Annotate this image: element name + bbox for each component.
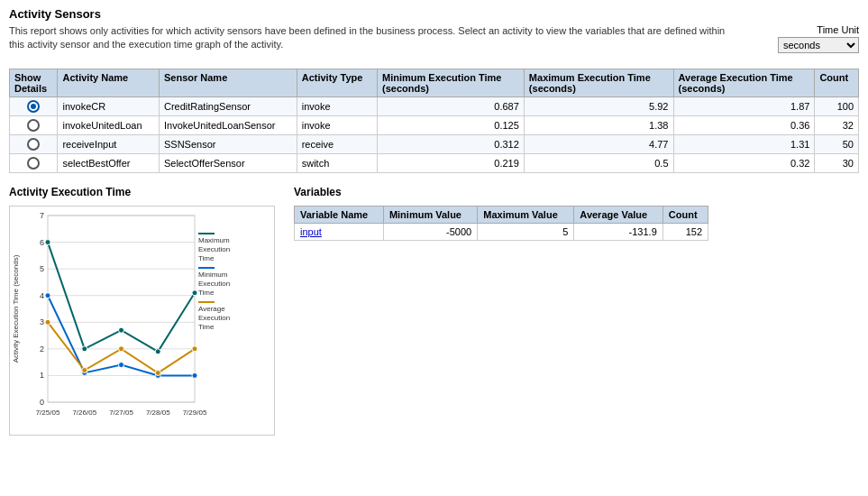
activity-name-cell: invokeUnitedLoan [58,115,160,134]
svg-point-32 [192,373,197,379]
svg-text:Execution: Execution [198,314,230,322]
svg-text:Time: Time [198,323,215,331]
activity-name-cell: selectBestOffer [58,154,160,173]
svg-text:Execution: Execution [198,280,230,288]
count-cell: 100 [815,96,859,115]
svg-text:6: 6 [40,238,44,247]
svg-text:3: 3 [40,317,44,326]
col-min-exec: Minimum Execution Time(seconds) [378,69,525,96]
svg-text:1: 1 [40,372,44,381]
max-exec-cell: 4.77 [524,134,673,153]
var-col-max: Maximum Value [478,207,574,224]
sensor-name-cell: SSNSensor [159,134,297,153]
var-avg-cell: -131.9 [574,224,662,241]
var-col-min: Minimum Value [383,207,477,224]
col-sensor-name: Sensor Name [159,69,297,96]
min-exec-cell: 0.312 [378,134,525,153]
svg-text:Time: Time [198,289,215,297]
svg-text:7/26/05: 7/26/05 [72,409,96,417]
page-title: Activity Sensors [9,7,859,21]
avg-exec-cell: 1.87 [673,96,815,115]
variables-table: Variable Name Minimum Value Maximum Valu… [294,206,708,241]
activity-type-cell: invoke [297,96,377,115]
radio-cell[interactable] [10,154,58,173]
radio-button[interactable] [27,119,40,132]
chart-container: 01234567Activity Execution Time (seconds… [9,206,275,440]
svg-text:Minimum: Minimum [198,271,228,279]
col-activity-name: Activity Name [58,69,160,96]
svg-text:Average: Average [198,305,225,313]
radio-button[interactable] [27,100,40,113]
svg-text:7/25/05: 7/25/05 [36,409,60,417]
var-count-cell: 152 [662,224,708,241]
activity-name-cell: invokeCR [58,96,160,115]
table-row[interactable]: receiveInput SSNSensor receive 0.312 4.7… [10,134,859,153]
svg-text:0: 0 [40,398,44,407]
svg-text:4: 4 [40,291,44,300]
radio-button[interactable] [27,157,40,170]
execution-time-chart: 01234567Activity Execution Time (seconds… [9,206,275,436]
time-unit-label: Time Unit [817,24,859,35]
svg-point-27 [192,290,197,296]
avg-exec-cell: 0.36 [673,115,815,134]
count-cell: 50 [815,134,859,153]
activity-table: ShowDetails Activity Name Sensor Name Ac… [9,69,859,173]
svg-point-28 [45,293,50,299]
table-row[interactable]: invokeCR CreditRatingSensor invoke 0.687… [10,96,859,115]
avg-exec-cell: 1.31 [673,134,815,153]
count-cell: 30 [815,154,859,173]
svg-point-23 [45,240,50,245]
svg-point-35 [119,346,124,352]
svg-text:Time: Time [198,254,215,262]
radio-cell[interactable] [10,115,58,134]
svg-text:Activity Execution Time (secon: Activity Execution Time (seconds) [12,255,20,363]
svg-point-37 [192,346,197,352]
min-exec-cell: 0.219 [378,154,525,173]
var-col-avg: Average Value [574,207,662,224]
svg-text:5: 5 [40,264,44,273]
variable-row: input -5000 5 -131.9 152 [295,224,708,241]
table-row[interactable]: invokeUnitedLoan InvokeUnitedLoanSensor … [10,115,859,134]
svg-text:7/27/05: 7/27/05 [109,409,133,417]
activity-type-cell: receive [297,134,377,153]
var-col-name: Variable Name [295,207,384,224]
svg-point-25 [119,327,124,333]
avg-exec-cell: 0.32 [673,154,815,173]
col-show-details: ShowDetails [10,69,58,96]
sensor-name-cell: SelectOfferSensor [159,154,297,173]
col-max-exec: Maximum Execution Time(seconds) [524,69,673,96]
svg-point-24 [82,346,87,352]
svg-text:Maximum: Maximum [198,236,230,244]
sensor-name-cell: CreditRatingSensor [159,96,297,115]
radio-cell[interactable] [10,134,58,153]
svg-point-34 [82,368,87,373]
activity-name-cell: receiveInput [58,134,160,153]
sensor-name-cell: InvokeUnitedLoanSensor [159,115,297,134]
col-avg-exec: Average Execution Time(seconds) [673,69,815,96]
svg-text:Execution: Execution [198,245,230,253]
svg-point-33 [45,319,50,325]
radio-button[interactable] [27,138,40,151]
count-cell: 32 [815,115,859,134]
variable-link[interactable]: input [300,226,322,237]
var-max-cell: 5 [478,224,574,241]
svg-point-30 [119,363,124,368]
activity-type-cell: switch [297,154,377,173]
svg-text:7/29/05: 7/29/05 [183,409,207,417]
col-activity-type: Activity Type [297,69,377,96]
radio-cell[interactable] [10,96,58,115]
svg-point-26 [155,349,160,354]
variable-name-cell[interactable]: input [295,224,384,241]
var-min-cell: -5000 [383,224,477,241]
svg-text:7/28/05: 7/28/05 [146,409,170,417]
col-count: Count [815,69,859,96]
table-row[interactable]: selectBestOffer SelectOfferSensor switch… [10,154,859,173]
min-exec-cell: 0.687 [378,96,525,115]
svg-text:7: 7 [40,211,44,220]
min-exec-cell: 0.125 [378,115,525,134]
svg-text:2: 2 [40,344,44,354]
chart-title: Activity Execution Time [9,186,279,198]
max-exec-cell: 5.92 [524,96,673,115]
variables-title: Variables [294,186,859,198]
time-unit-select[interactable]: seconds milliseconds minutes [778,37,859,53]
